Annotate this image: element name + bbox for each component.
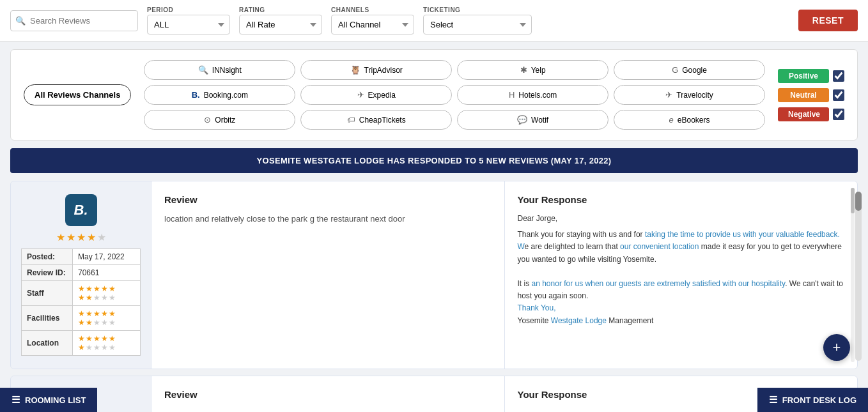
l3: ★ xyxy=(93,334,100,343)
notification-bar: YOSEMITE WESTGATE LODGE HAS RESPONDED TO… xyxy=(10,148,858,173)
staff-row: Staff ★ ★ ★ ★ ★ ★ ★ ★ ★ xyxy=(22,281,141,306)
star-4: ★ xyxy=(87,231,96,243)
review-left-panel: B. ★ ★ ★ ★ ★ Posted: May 17, 2022 Review… xyxy=(11,181,151,369)
s4: ★ xyxy=(101,284,108,293)
f8: ★ xyxy=(93,318,100,327)
review-id-value: 70661 xyxy=(73,265,141,281)
f6: ★ xyxy=(78,318,85,327)
front-desk-log-button[interactable]: ☰ FRONT DESK LOG xyxy=(757,388,868,412)
channel-orbitz[interactable]: ⊙ Orbitz xyxy=(144,110,295,130)
rating-label: RATING xyxy=(239,6,322,13)
channels-label: CHANNELS xyxy=(331,6,414,13)
sentiment-panel: Positive Neutral Negative xyxy=(778,69,844,121)
channel-travelocity-label: Travelocity xyxy=(676,91,713,100)
search-input[interactable] xyxy=(10,10,138,31)
booking-icon: B. xyxy=(192,90,200,100)
channel-google-label: Google xyxy=(682,66,707,75)
response-highlight-4: hospitality xyxy=(752,279,785,288)
all-reviews-button[interactable]: All Reviews Channels xyxy=(24,84,131,105)
facilities-label: Facilities xyxy=(22,306,73,331)
detail-table: Posted: May 17, 2022 Review ID: 70661 St… xyxy=(21,248,141,356)
reset-button[interactable]: RESET xyxy=(798,10,858,31)
posted-row: Posted: May 17, 2022 xyxy=(22,249,141,265)
channel-tripadvisor[interactable]: 🦉 TripAdvisor xyxy=(300,60,452,80)
channels-select[interactable]: All Channel xyxy=(331,15,414,34)
l7: ★ xyxy=(86,343,93,352)
top-bar: 🔍 PERIOD ALL RATING All Rate CHANNELS Al… xyxy=(0,0,868,42)
s7: ★ xyxy=(86,293,93,302)
period-label: PERIOD xyxy=(147,6,230,13)
channel-hotels[interactable]: H Hotels.com xyxy=(457,85,608,105)
rooming-list-button[interactable]: ☰ ROOMING LIST xyxy=(0,388,97,412)
front-desk-log-label: FRONT DESK LOG xyxy=(782,395,856,405)
ticketing-filter-group: TICKETING Select xyxy=(423,6,532,34)
response-highlight-2: our convenient location xyxy=(620,242,699,251)
channel-travelocity[interactable]: ✈ Travelocity xyxy=(614,85,765,105)
f5: ★ xyxy=(109,309,116,318)
response-normal-1: e are delighted to learn that xyxy=(525,242,620,251)
s3: ★ xyxy=(93,284,100,293)
scrollbar-thumb[interactable] xyxy=(851,188,855,213)
channel-expedia[interactable]: ✈ Expedia xyxy=(300,85,452,105)
neutral-checkbox[interactable] xyxy=(833,89,844,101)
star-5: ★ xyxy=(97,231,106,243)
yelp-icon: ✱ xyxy=(520,65,527,75)
cheaptickets-icon: 🏷 xyxy=(347,115,355,125)
channel-booking[interactable]: B. Booking.com xyxy=(144,85,295,105)
negative-checkbox[interactable] xyxy=(833,109,844,120)
ebookers-icon: e xyxy=(669,115,674,125)
response-line2-a: It is xyxy=(518,279,532,288)
bottom-bar: ☰ ROOMING LIST ☰ FRONT DESK LOG xyxy=(0,388,868,412)
rooming-list-label: ROOMING LIST xyxy=(25,395,86,405)
staff-label: Staff xyxy=(22,281,73,306)
channel-yelp-label: Yelp xyxy=(531,66,546,75)
f3: ★ xyxy=(93,309,100,318)
scrollbar-track xyxy=(851,188,855,362)
review-id-row: Review ID: 70661 xyxy=(22,265,141,281)
facilities-stars: ★ ★ ★ ★ ★ ★ ★ ★ ★ ★ xyxy=(73,306,141,331)
channel-innsight[interactable]: 🔍 INNsight xyxy=(144,60,295,80)
l9: ★ xyxy=(101,343,108,352)
channel-ebookers[interactable]: e eBookers xyxy=(614,110,765,130)
channel-cheaptickets[interactable]: 🏷 CheapTickets xyxy=(300,110,452,130)
channel-ebookers-label: eBookers xyxy=(678,116,710,125)
period-filter-group: PERIOD ALL xyxy=(147,6,230,34)
ticketing-label: TICKETING xyxy=(423,6,532,13)
s6: ★ xyxy=(78,293,85,302)
ticketing-select[interactable]: Select xyxy=(423,15,532,34)
f7: ★ xyxy=(86,318,93,327)
page-scrollbar-thumb[interactable] xyxy=(855,192,862,211)
channel-booking-label: Booking.com xyxy=(204,91,248,100)
positive-checkbox[interactable] xyxy=(833,70,844,82)
l5: ★ xyxy=(109,334,116,343)
positive-badge: Positive xyxy=(778,69,829,83)
channel-yelp[interactable]: ✱ Yelp xyxy=(457,60,608,80)
rating-select[interactable]: All Rate xyxy=(239,15,322,34)
l10: ★ xyxy=(109,343,116,352)
location-stars: ★ ★ ★ ★ ★ ★ ★ ★ ★ ★ xyxy=(73,331,141,356)
response-intro: Thank you for staying with us and for xyxy=(518,230,645,239)
star-1: ★ xyxy=(56,231,65,243)
l1: ★ xyxy=(78,334,85,343)
staff-stars: ★ ★ ★ ★ ★ ★ ★ ★ ★ ★ xyxy=(73,281,141,306)
channel-expedia-label: Expedia xyxy=(368,91,396,100)
period-select[interactable]: ALL xyxy=(147,15,230,34)
travelocity-icon: ✈ xyxy=(665,90,672,100)
location-label: Location xyxy=(22,331,73,356)
channel-google[interactable]: G Google xyxy=(614,60,765,80)
s2: ★ xyxy=(86,284,93,293)
s5: ★ xyxy=(109,284,116,293)
response-section-title: Your Response xyxy=(518,194,845,205)
channel-wotif[interactable]: 💬 Wotif xyxy=(457,110,608,130)
review-id-label: Review ID: xyxy=(22,265,73,281)
table-row: B. ★ ★ ★ ★ ★ Posted: May 17, 2022 Review… xyxy=(10,181,858,369)
review-section-title: Review xyxy=(164,194,492,205)
star-3: ★ xyxy=(77,231,86,243)
f4: ★ xyxy=(101,309,108,318)
search-wrap: 🔍 xyxy=(10,10,138,31)
innsight-icon: 🔍 xyxy=(198,65,208,75)
response-sig-a: Yosemite xyxy=(518,316,551,325)
fab-button[interactable]: + xyxy=(823,334,850,361)
f10: ★ xyxy=(109,318,116,327)
negative-badge: Negative xyxy=(778,107,829,121)
